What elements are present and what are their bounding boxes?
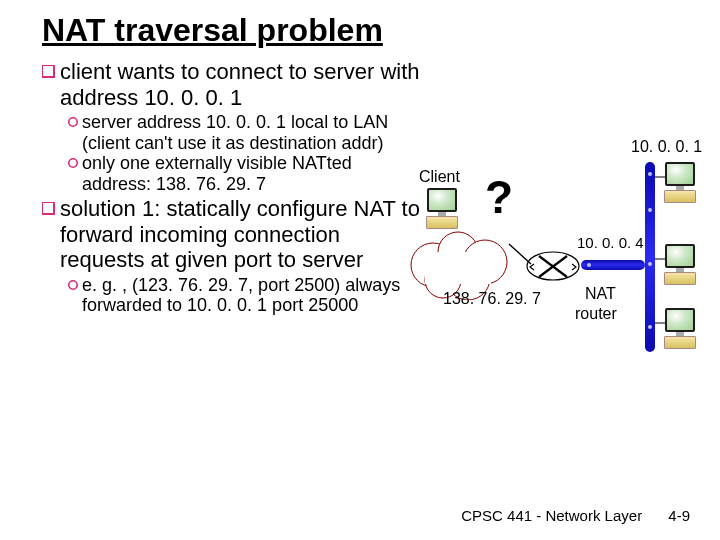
network-rail [645, 162, 655, 352]
bullet-level2: only one externally visible NATted addre… [68, 153, 422, 194]
bullet-text: only one externally visible NATted addre… [82, 153, 422, 194]
circle-bullet-icon [68, 158, 82, 170]
svg-point-4 [69, 280, 77, 288]
rail-dot [648, 262, 652, 266]
internal-address-label: 10. 0. 0. 4 [577, 234, 644, 251]
connector-line [655, 322, 665, 324]
client-label: Client [419, 168, 460, 186]
rail-dot [587, 263, 591, 267]
rail-dot [648, 325, 652, 329]
bullet-level2: server address 10. 0. 0. 1 local to LAN … [68, 112, 422, 153]
circle-bullet-icon [68, 117, 82, 129]
bullet-level1: client wants to connect to server with a… [42, 59, 422, 110]
square-bullet-icon [42, 202, 60, 218]
bullet-text: e. g. , (123. 76. 29. 7, port 2500) alwa… [82, 275, 422, 316]
server-address-label: 10. 0. 0. 1 [631, 138, 702, 156]
bullet-text: solution 1: statically configure NAT to … [60, 196, 422, 273]
connector-line [655, 258, 665, 260]
bullet-list: client wants to connect to server with a… [42, 59, 422, 316]
circle-bullet-icon [68, 280, 82, 292]
server-computer-icon [663, 162, 697, 203]
svg-rect-3 [42, 202, 54, 214]
public-address-label: 138. 76. 29. 7 [443, 290, 541, 308]
bullet-level1: solution 1: statically configure NAT to … [42, 196, 422, 273]
square-bullet-icon [42, 65, 60, 81]
question-mark: ? [485, 170, 513, 224]
connector-line [655, 176, 665, 178]
bullet-text: server address 10. 0. 0. 1 local to LAN … [82, 112, 422, 153]
svg-rect-0 [42, 65, 54, 77]
svg-line-14 [509, 244, 531, 264]
nat-label-line2: router [575, 305, 617, 323]
link-line [507, 240, 537, 270]
lan-computer-icon [663, 244, 697, 285]
bullet-text: client wants to connect to server with a… [60, 59, 422, 110]
slide-title: NAT traversal problem [42, 12, 692, 49]
network-diagram: Client ? 138. 76. 29. 7 NAT router [415, 140, 715, 400]
svg-point-2 [69, 159, 77, 167]
footer-page-number: 4-9 [668, 507, 690, 524]
svg-point-1 [69, 118, 77, 126]
client-computer-icon [425, 188, 459, 229]
lan-computer-icon [663, 308, 697, 349]
footer-course: CPSC 441 - Network Layer [461, 507, 642, 524]
nat-label-line1: NAT [585, 285, 616, 303]
rail-dot [648, 172, 652, 176]
slide-footer: CPSC 441 - Network Layer 4-9 [461, 507, 690, 524]
svg-rect-10 [425, 252, 491, 284]
slide: NAT traversal problem client wants to co… [0, 0, 720, 540]
rail-dot [648, 208, 652, 212]
bullet-level2: e. g. , (123. 76. 29. 7, port 2500) alwa… [68, 275, 422, 316]
